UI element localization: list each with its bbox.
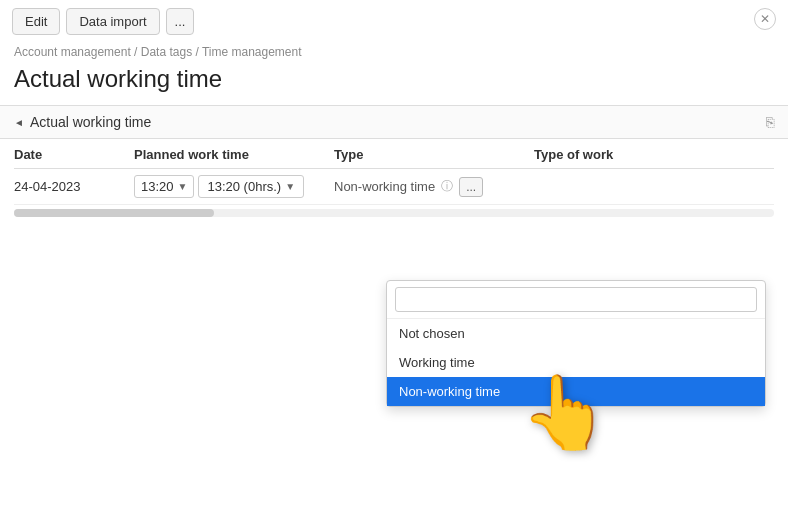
- edit-button[interactable]: Edit: [12, 8, 60, 35]
- time-end-arrow-icon: ▼: [285, 181, 295, 192]
- close-button[interactable]: ✕: [754, 8, 776, 30]
- share-icon[interactable]: ⎘: [766, 114, 774, 130]
- col-header-date: Date: [14, 147, 134, 162]
- col-header-planned-work-time: Planned work time: [134, 147, 334, 162]
- info-icon[interactable]: ⓘ: [441, 178, 453, 195]
- toolbar: Edit Data import ...: [0, 0, 788, 43]
- collapse-arrow-icon[interactable]: ◄: [14, 117, 24, 128]
- cell-type: Non-working time ⓘ ...: [334, 177, 534, 197]
- time-start-select[interactable]: 13:20 ▼: [134, 175, 194, 198]
- section-title-label: Actual working time: [30, 114, 151, 130]
- breadcrumb-time-management: Time management: [202, 45, 302, 59]
- type-label: Non-working time: [334, 179, 435, 194]
- page-title: Actual working time: [0, 63, 788, 105]
- table-row: 24-04-2023 13:20 ▼ 13:20 (0hrs.) ▼ Non-w…: [14, 169, 774, 205]
- scroll-thumb[interactable]: [14, 209, 214, 217]
- time-start-value: 13:20: [141, 179, 174, 194]
- table-header: Date Planned work time Type Type of work: [14, 139, 774, 169]
- dropdown-arrow-icon: ▼: [178, 181, 188, 192]
- breadcrumb-data-tags[interactable]: Data tags: [141, 45, 192, 59]
- table-container: Date Planned work time Type Type of work…: [0, 139, 788, 205]
- type-dropdown: 🔍 Not chosen Working time Non-working ti…: [386, 280, 766, 407]
- data-import-button[interactable]: Data import: [66, 8, 159, 35]
- time-end-value: 13:20 (0hrs.): [207, 179, 281, 194]
- more-button[interactable]: ...: [166, 8, 195, 35]
- breadcrumb-account-management[interactable]: Account management: [14, 45, 131, 59]
- col-header-type: Type: [334, 147, 534, 162]
- dropdown-search-input[interactable]: [395, 287, 757, 312]
- cell-time: 13:20 ▼ 13:20 (0hrs.) ▼: [134, 175, 334, 198]
- breadcrumb: Account management / Data tags / Time ma…: [0, 43, 788, 63]
- section-header: ◄ Actual working time ⎘: [0, 105, 788, 139]
- col-header-type-of-work: Type of work: [534, 147, 774, 162]
- type-more-button[interactable]: ...: [459, 177, 483, 197]
- section-title-group: ◄ Actual working time: [14, 114, 151, 130]
- horizontal-scrollbar[interactable]: [14, 209, 774, 217]
- dropdown-item-not-chosen[interactable]: Not chosen: [387, 319, 765, 348]
- cell-date: 24-04-2023: [14, 179, 134, 194]
- dropdown-item-working-time[interactable]: Working time: [387, 348, 765, 377]
- time-end-display[interactable]: 13:20 (0hrs.) ▼: [198, 175, 304, 198]
- dropdown-search-container: 🔍: [387, 281, 765, 319]
- dropdown-item-non-working-time[interactable]: Non-working time: [387, 377, 765, 406]
- close-icon: ✕: [760, 12, 770, 26]
